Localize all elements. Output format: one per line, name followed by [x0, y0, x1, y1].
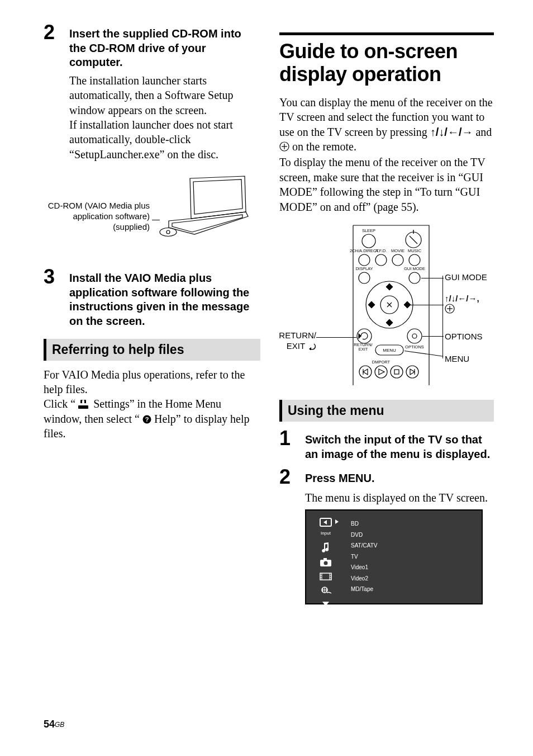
- dpad-pointer-line: [410, 305, 444, 305]
- svg-text:EXIT: EXIT: [359, 347, 368, 352]
- film-icon: [306, 573, 345, 580]
- svg-rect-22: [386, 319, 392, 325]
- options-callout-label: OPTIONS: [445, 332, 483, 342]
- svg-point-28: [412, 334, 417, 338]
- callout-vline: [442, 276, 443, 358]
- return-pointer-line: [316, 337, 356, 338]
- laptop-illustration: [159, 175, 254, 245]
- svg-point-27: [407, 329, 422, 343]
- arrow-glyphs-icon: ↑/↓/←/→: [430, 126, 473, 138]
- globe-hand-icon: [306, 586, 345, 596]
- cd-rom-caption: CD-ROM (VAIO Media plus application soft…: [38, 201, 150, 232]
- dpad-arrows-label: ↑/↓/←/→,: [445, 294, 479, 304]
- guimode-internal-label: GUI MODE: [404, 266, 425, 271]
- section-rule: [279, 32, 494, 35]
- svg-point-15: [359, 272, 370, 284]
- svg-marker-38: [410, 369, 415, 375]
- right-step-1-head: Switch the input of the TV so that an im…: [305, 433, 494, 461]
- svg-rect-24: [404, 301, 410, 308]
- options-pointer-line: [422, 336, 444, 337]
- step-2-number: 2: [44, 22, 69, 42]
- svg-point-14: [409, 254, 420, 266]
- page-number-value: 54: [44, 719, 55, 730]
- svg-point-13: [392, 254, 403, 266]
- page-number: 54GB: [44, 719, 64, 730]
- gui-pointer-line: [421, 278, 444, 278]
- tv-item-bd: BD: [351, 518, 476, 530]
- svg-rect-48: [323, 558, 327, 560]
- afd-internal-label: A.F.D.: [375, 248, 387, 253]
- left-column: 2 Insert the supplied CD-ROM into the CD…: [44, 22, 260, 604]
- tv-item-v1: Video1: [351, 562, 476, 573]
- options-internal-label: OPTIONS: [405, 344, 424, 349]
- svg-marker-26: [359, 334, 361, 338]
- svg-text:?: ?: [145, 416, 149, 423]
- dmport-internal-label: DMPORT: [372, 360, 391, 365]
- right-step-2-number: 2: [279, 467, 305, 487]
- help-p2-a: Click “: [44, 398, 78, 410]
- menu-callout-label: MENU: [445, 354, 469, 365]
- settings-icon: [78, 400, 91, 409]
- help-question-icon: ?: [142, 415, 151, 424]
- svg-rect-1: [78, 405, 88, 409]
- using-menu-heading: Using the menu: [279, 400, 494, 422]
- svg-marker-46: [323, 520, 327, 525]
- svg-line-9: [410, 236, 417, 244]
- right-column: Guide to on-screen display operation You…: [279, 22, 494, 604]
- a2ch-internal-label: 2CH/A.DIRECT: [350, 248, 379, 253]
- svg-point-0: [166, 230, 170, 234]
- svg-point-12: [375, 254, 387, 266]
- help-paragraph-2: Click “ Settings” in the Home Menu windo…: [44, 396, 260, 441]
- step-3: 3 Install the VAIO Media plus applicatio…: [44, 267, 260, 328]
- svg-point-33: [375, 366, 387, 378]
- right-step-2: 2 Press MENU.: [279, 467, 494, 487]
- gui-mode-label: GUI MODE: [445, 272, 487, 283]
- step-3-number: 3: [44, 267, 69, 287]
- tv-item-tv: TV: [351, 551, 476, 563]
- intro-paragraph: You can display the menu of the receiver…: [279, 95, 494, 154]
- svg-rect-36: [394, 370, 399, 374]
- enter-circle-plus-icon: [445, 304, 455, 314]
- remote-svg: SLEEP 2CH/A.DIRECT A.F.D. MOVIE MUSIC DI…: [318, 224, 464, 386]
- tv-menu-figure: Input: [305, 509, 483, 604]
- svg-point-49: [324, 561, 328, 565]
- display-internal-label: DISPLAY: [355, 266, 373, 271]
- tv-selected-arrow-icon: [335, 519, 339, 524]
- svg-point-11: [359, 254, 370, 266]
- svg-marker-34: [379, 369, 384, 375]
- svg-marker-31: [363, 369, 368, 375]
- svg-marker-41: [309, 347, 311, 350]
- svg-point-16: [409, 272, 420, 284]
- svg-point-35: [391, 366, 403, 378]
- help-paragraph-1: For VAIO Media plus operations, refer to…: [44, 367, 260, 397]
- menu-internal-label: MENU: [383, 348, 396, 353]
- step-3-head: Install the VAIO Media plus application …: [69, 271, 260, 328]
- tv-item-md: MD/Tape: [351, 584, 476, 595]
- right-step-2-head: Press MENU.: [305, 471, 375, 486]
- input-icon-label: Input: [321, 531, 331, 536]
- two-column-layout: 2 Insert the supplied CD-ROM into the CD…: [44, 22, 494, 604]
- remote-figure: SLEEP 2CH/A.DIRECT A.F.D. MOVIE MUSIC DI…: [279, 222, 494, 390]
- right-step-1-number: 1: [279, 428, 305, 448]
- enter-circle-plus-icon: [279, 141, 289, 152]
- step-2-head: Insert the supplied CD-ROM into the CD-R…: [69, 27, 260, 70]
- svg-point-37: [406, 366, 418, 378]
- svg-marker-58: [322, 602, 329, 606]
- intro-c: on the remote.: [289, 140, 356, 153]
- svg-point-7: [362, 234, 375, 248]
- down-arrow-icon: [306, 602, 345, 606]
- enter-plus-icon-label: [445, 304, 455, 314]
- page: 2 Insert the supplied CD-ROM into the CD…: [0, 0, 533, 756]
- movie-internal-label: MOVIE: [391, 248, 404, 253]
- music-note-icon: [306, 541, 345, 552]
- tv-item-v2: Video2: [351, 573, 476, 584]
- tv-item-dvd: DVD: [351, 530, 476, 541]
- camera-icon: [306, 558, 345, 567]
- music-internal-label: MUSIC: [408, 248, 422, 253]
- intro-paragraph-2: To display the menu of the receiver on t…: [279, 155, 494, 214]
- page-title: Guide to on-screen display operation: [279, 40, 494, 86]
- right-step-1: 1 Switch the input of the TV so that an …: [279, 428, 494, 461]
- page-region: GB: [55, 721, 64, 729]
- help-heading: Referring to help files: [44, 339, 260, 361]
- step-2: 2 Insert the supplied CD-ROM into the CD…: [44, 22, 260, 70]
